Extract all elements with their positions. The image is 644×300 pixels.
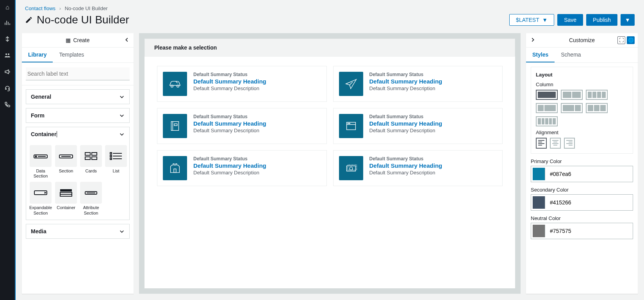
breadcrumb-link[interactable]: Contact flows (25, 5, 55, 11)
money-icon (339, 156, 363, 180)
expand-right-icon[interactable] (530, 37, 535, 44)
column-layout-5[interactable] (536, 116, 558, 126)
save-button[interactable]: Save (557, 14, 583, 26)
summary-card[interactable]: Default Summary StatusDefault Summary He… (157, 66, 327, 102)
neutral-color-input[interactable] (531, 223, 633, 239)
book-icon (163, 114, 187, 138)
summary-card[interactable]: Default Summary StatusDefault Summary He… (157, 108, 327, 144)
svg-rect-27 (174, 124, 177, 126)
publish-dropdown[interactable]: ▼ (621, 14, 635, 26)
canvas: Please make a selection Default Summary … (139, 33, 521, 294)
castle-icon (163, 156, 187, 180)
accordion-general[interactable]: General (26, 90, 129, 104)
selection-banner: Please make a selection (144, 39, 515, 57)
page-title: No-code UI Builder (37, 14, 129, 26)
announce-icon[interactable] (4, 69, 11, 76)
svg-rect-7 (85, 153, 90, 155)
create-panel: ▦ Create Library Templates General (22, 33, 134, 294)
version-dropdown[interactable]: $LATEST ▼ (509, 14, 554, 26)
summary-card[interactable]: Default Summary StatusDefault Summary He… (157, 150, 327, 186)
chevron-down-icon (119, 113, 125, 118)
metrics-icon[interactable] (4, 20, 11, 27)
lib-list[interactable] (105, 145, 127, 167)
chevron-down-icon (119, 94, 125, 99)
chevron-down-icon (119, 229, 125, 234)
tab-library[interactable]: Library (22, 48, 53, 62)
lib-container[interactable] (55, 182, 77, 204)
nav-rail: ⌂ (0, 0, 16, 300)
headset-icon[interactable] (4, 85, 11, 93)
lib-attribute[interactable] (80, 182, 102, 204)
lib-section[interactable] (55, 145, 77, 167)
edit-icon[interactable] (25, 16, 33, 24)
svg-point-30 (348, 123, 348, 124)
create-panel-title: Create (73, 37, 89, 43)
column-layout-2-1[interactable] (561, 103, 583, 113)
column-layout-1-2[interactable] (536, 103, 558, 113)
svg-point-34 (350, 167, 353, 170)
window-icon (339, 114, 363, 138)
lib-expandable[interactable] (30, 182, 52, 204)
svg-rect-12 (110, 155, 112, 157)
accordion-form[interactable]: Form (26, 108, 129, 122)
page-header: Contact flows › No-code UI Builder No-co… (16, 0, 644, 28)
tab-templates[interactable]: Templates (53, 48, 90, 62)
align-left[interactable] (536, 138, 547, 149)
column-layout-1[interactable] (536, 90, 558, 100)
align-right[interactable] (564, 138, 575, 149)
svg-rect-32 (174, 169, 176, 173)
tab-styles[interactable]: Styles (526, 48, 555, 62)
breadcrumb: Contact flows › No-code UI Builder (25, 5, 635, 11)
align-center[interactable] (550, 138, 561, 149)
neutral-swatch (533, 225, 545, 237)
column-layout-2[interactable] (561, 90, 583, 100)
layout-section-title: Layout (536, 72, 628, 78)
car-icon (163, 72, 187, 96)
svg-point-1 (8, 53, 9, 55)
summary-card[interactable]: Default Summary StatusDefault Summary He… (333, 150, 503, 186)
customize-panel-title: Customize (569, 37, 595, 43)
users-icon[interactable] (4, 52, 11, 60)
airplane-icon (339, 72, 363, 96)
accordion-media[interactable]: Media (26, 224, 129, 238)
svg-point-0 (5, 53, 7, 55)
svg-rect-25 (171, 122, 179, 131)
summary-card[interactable]: Default Summary StatusDefault Summary He… (333, 108, 503, 144)
tab-schema[interactable]: Schema (555, 48, 587, 62)
grid-icon: ▦ (66, 37, 71, 43)
globe-icon[interactable]: 🌐 (627, 36, 635, 44)
chevron-down-icon (119, 131, 125, 137)
primary-color-input[interactable] (531, 166, 633, 182)
svg-point-31 (349, 123, 350, 124)
svg-rect-9 (85, 157, 90, 160)
column-layout-3[interactable] (586, 103, 608, 113)
svg-rect-18 (60, 189, 72, 192)
svg-rect-13 (110, 158, 112, 160)
lib-cards[interactable] (80, 145, 102, 167)
primary-swatch (533, 168, 545, 180)
svg-point-3 (36, 156, 37, 157)
secondary-swatch (533, 196, 545, 209)
home-icon[interactable]: ⌂ (5, 4, 9, 11)
breadcrumb-current: No-code UI Builder (65, 5, 108, 11)
routing-icon[interactable] (4, 36, 11, 44)
secondary-color-input[interactable] (531, 194, 633, 211)
summary-card[interactable]: Default Summary StatusDefault Summary He… (333, 66, 503, 102)
fullscreen-icon[interactable]: ⛶ (617, 36, 625, 44)
svg-rect-8 (92, 153, 97, 155)
svg-rect-10 (92, 157, 97, 160)
collapse-left-icon[interactable] (124, 37, 130, 44)
phone-icon[interactable] (4, 101, 11, 109)
lib-data-section[interactable] (30, 145, 52, 167)
publish-button[interactable]: Publish (586, 14, 617, 26)
chevron-right-icon: › (59, 5, 61, 11)
column-layout-4[interactable] (586, 90, 608, 100)
svg-rect-11 (110, 153, 112, 154)
accordion-container[interactable]: Container (26, 127, 129, 141)
customize-panel: Customize ⛶ 🌐 Styles Schema Layout Colum… (526, 33, 638, 294)
search-input[interactable] (26, 67, 130, 80)
